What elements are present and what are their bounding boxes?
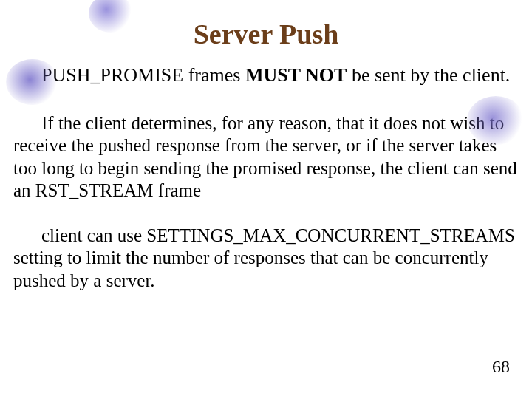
p1-tail: be sent by the client.: [347, 64, 510, 86]
paragraph-3: client can use SETTINGS_MAX_CONCURRENT_S…: [13, 225, 519, 293]
p1-lead: PUSH_PROMISE frames: [41, 64, 245, 86]
p2-text: If the client determines, for any reason…: [13, 113, 517, 201]
paragraph-1: PUSH_PROMISE frames MUST NOT be sent by …: [13, 64, 519, 87]
page-number: 68: [492, 357, 510, 377]
slide: Server Push PUSH_PROMISE frames MUST NOT…: [0, 0, 532, 399]
paragraph-2: If the client determines, for any reason…: [13, 112, 519, 202]
p3-text: client can use SETTINGS_MAX_CONCURRENT_S…: [13, 225, 515, 290]
page-title: Server Push: [13, 18, 519, 50]
p1-emph: MUST NOT: [245, 64, 347, 86]
